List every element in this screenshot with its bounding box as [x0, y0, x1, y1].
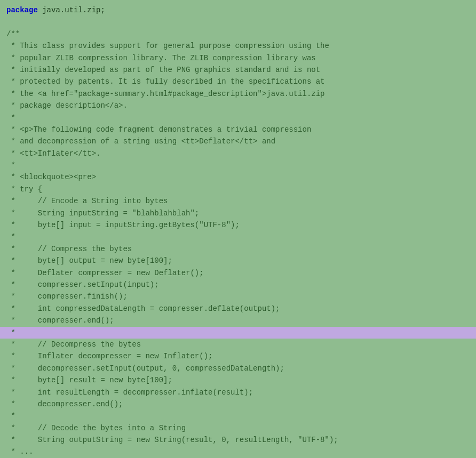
- code-line: package java.util.zip;: [0, 4, 476, 16]
- code-line: * byte[] result = new byte[100];: [0, 374, 476, 386]
- code-line: *: [0, 112, 476, 124]
- code-line: * Deflater compresser = new Deflater();: [0, 267, 476, 279]
- code-line: * ...: [0, 446, 476, 457]
- code-line: *: [0, 159, 476, 171]
- code-line: * decompresser.setInput(output, 0, compr…: [0, 363, 476, 374]
- code-editor: package java.util.zip; /** * This class …: [0, 0, 476, 458]
- code-text: [6, 16, 11, 28]
- code-text: *: [6, 231, 15, 243]
- code-text: * package description</a>.: [6, 100, 128, 111]
- code-text: * String inputString = "blahblahblah";: [6, 207, 199, 219]
- code-line: * // Compress the bytes: [0, 243, 476, 255]
- code-line: * <tt>Inflater</tt>.: [0, 148, 476, 159]
- code-line: *: [0, 327, 476, 339]
- code-text: package java.util.zip;: [6, 4, 105, 16]
- code-text: * <blockquote><pre>: [6, 171, 96, 183]
- code-text: * // Decompress the bytes: [6, 339, 141, 350]
- code-line: * String outputString = new String(resul…: [0, 434, 476, 446]
- code-text: * ...: [6, 446, 33, 457]
- code-text: * protected by patents. It is fully desc…: [6, 76, 325, 87]
- code-text: * decompresser.setInput(output, 0, compr…: [6, 363, 284, 374]
- code-line: * Inflater decompresser = new Inflater()…: [0, 350, 476, 362]
- code-text: * initially developed as part of the PNG…: [6, 64, 320, 76]
- code-text: * compresser.setInput(input);: [6, 279, 159, 291]
- code-line: * byte[] output = new byte[100];: [0, 255, 476, 267]
- code-text: * // Decode the bytes into a String: [6, 422, 186, 434]
- code-text: * // Compress the bytes: [6, 243, 132, 255]
- code-text: * popular ZLIB compression library. The …: [6, 52, 316, 64]
- code-line: * and decompression of a string using <t…: [0, 135, 476, 147]
- code-text: * compresser.end();: [6, 315, 114, 326]
- code-text: * byte[] result = new byte[100];: [6, 374, 172, 386]
- code-text: * byte[] input = inputString.getBytes("U…: [6, 219, 240, 231]
- code-text: * Deflater compresser = new Deflater();: [6, 267, 204, 279]
- code-text: * int resultLength = decompresser.inflat…: [6, 387, 253, 398]
- code-line: [0, 16, 476, 28]
- code-line: * // Encode a String into bytes: [0, 195, 476, 207]
- code-line: * byte[] input = inputString.getBytes("U…: [0, 219, 476, 231]
- code-line: * int compressedDataLength = compresser.…: [0, 303, 476, 315]
- code-text: * and decompression of a string using <t…: [6, 135, 275, 147]
- code-text: * int compressedDataLength = compresser.…: [6, 303, 280, 315]
- code-line: * compresser.finish();: [0, 291, 476, 302]
- code-text: *: [6, 112, 15, 124]
- code-text: * <p>The following code fragment demonst…: [6, 124, 311, 135]
- code-text: * byte[] output = new byte[100];: [6, 255, 172, 267]
- code-text: * Inflater decompresser = new Inflater()…: [6, 350, 212, 362]
- code-text: * the <a href="package-summary.html#pack…: [6, 88, 325, 100]
- code-line: *: [0, 231, 476, 243]
- code-line: * String inputString = "blahblahblah";: [0, 207, 476, 219]
- code-line: * // Decompress the bytes: [0, 339, 476, 350]
- code-text: *: [6, 327, 15, 339]
- code-text: /**: [6, 28, 20, 40]
- code-line: * This class provides support for genera…: [0, 40, 476, 52]
- code-line: * compresser.end();: [0, 315, 476, 326]
- code-text: * try {: [6, 183, 42, 195]
- code-text: * String outputString = new String(resul…: [6, 434, 338, 446]
- code-line: * int resultLength = decompresser.inflat…: [0, 387, 476, 398]
- code-text: *: [6, 159, 15, 171]
- code-text: * This class provides support for genera…: [6, 40, 329, 52]
- code-line: * the <a href="package-summary.html#pack…: [0, 88, 476, 100]
- code-line: *: [0, 410, 476, 422]
- code-line: * <p>The following code fragment demonst…: [0, 124, 476, 135]
- code-text: * compresser.finish();: [6, 291, 128, 302]
- code-line: * package description</a>.: [0, 100, 476, 111]
- code-line: * compresser.setInput(input);: [0, 279, 476, 291]
- code-line: * try {: [0, 183, 476, 195]
- code-line: * protected by patents. It is fully desc…: [0, 76, 476, 87]
- code-line: * initially developed as part of the PNG…: [0, 64, 476, 76]
- code-line: * decompresser.end();: [0, 398, 476, 410]
- code-line: * <blockquote><pre>: [0, 171, 476, 183]
- code-text: * // Encode a String into bytes: [6, 195, 168, 207]
- code-text: * <tt>Inflater</tt>.: [6, 148, 100, 159]
- code-line: * // Decode the bytes into a String: [0, 422, 476, 434]
- code-line: /**: [0, 28, 476, 40]
- code-text: *: [6, 410, 15, 422]
- code-line: * popular ZLIB compression library. The …: [0, 52, 476, 64]
- code-text: * decompresser.end();: [6, 398, 123, 410]
